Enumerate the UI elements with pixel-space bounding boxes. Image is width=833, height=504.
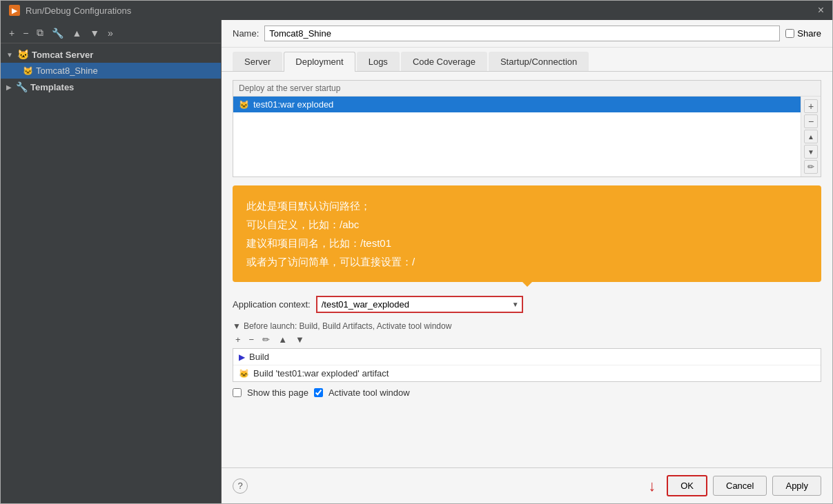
before-launch-header[interactable]: ▼ Before launch: Build, Build Artifacts,… <box>233 321 821 331</box>
ok-arrow-indicator: ↓ <box>648 477 656 495</box>
deploy-remove-button[interactable]: − <box>804 114 818 128</box>
templates-icon: 🔧 <box>16 81 28 92</box>
bottom-buttons: ↓ OK Cancel Apply <box>648 475 821 496</box>
context-row: Application context: ▼ <box>233 296 821 313</box>
before-launch-toolbar: + − ✏ ▲ ▼ <box>233 334 821 345</box>
run-debug-dialog: ▶ Run/Debug Configurations × + − ⧉ 🔧 ▲ ▼… <box>0 0 833 504</box>
bl-add-button[interactable]: + <box>233 334 244 345</box>
deploy-down-button[interactable]: ▼ <box>804 145 818 159</box>
templates-label: Templates <box>30 82 74 92</box>
deploy-side-buttons: + − ▲ ▼ ✏ <box>801 97 821 177</box>
deploy-item[interactable]: 🐱 test01:war exploded <box>233 97 801 112</box>
cancel-button[interactable]: Cancel <box>713 476 767 496</box>
tab-server[interactable]: Server <box>233 52 282 71</box>
copy-config-button[interactable]: ⧉ <box>34 26 46 40</box>
context-input-wrap: ▼ <box>316 296 523 313</box>
tree-item-tomcat8-shine[interactable]: 🐱 Tomcat8_Shine <box>1 63 221 79</box>
tomcat8-shine-label: Tomcat8_Shine <box>36 65 98 76</box>
context-label: Application context: <box>233 299 311 310</box>
before-launch-section: ▼ Before launch: Build, Build Artifacts,… <box>233 321 821 382</box>
bl-remove-button[interactable]: − <box>246 334 257 345</box>
share-row: Share <box>785 28 821 39</box>
dialog-body: + − ⧉ 🔧 ▲ ▼ » ▼ 🐱 Tomcat Server <box>1 20 832 503</box>
tooltip-line1: 此处是项目默认访问路径； <box>246 196 807 215</box>
title-bar: ▶ Run/Debug Configurations × <box>1 1 832 20</box>
config-tree: ▼ 🐱 Tomcat Server 🐱 Tomcat8_Shine ▶ 🔧 Te… <box>1 43 221 98</box>
tab-logs[interactable]: Logs <box>357 52 400 71</box>
before-launch-label: Before launch: Build, Build Artifacts, A… <box>244 321 452 331</box>
bl-item-artifact[interactable]: 🐱 Build 'test01:war exploded' artifact <box>233 365 821 381</box>
tomcat-server-label: Tomcat Server <box>32 50 93 60</box>
templates-chevron: ▶ <box>6 83 12 91</box>
context-dropdown-button[interactable]: ▼ <box>509 297 522 312</box>
name-row: Name: Share <box>222 20 832 48</box>
before-launch-list: ▶ Build 🐱 Build 'test01:war exploded' ar… <box>233 348 821 382</box>
artifact-icon: 🐱 <box>239 369 249 379</box>
deploy-main: 🐱 test01:war exploded + − ▲ ▼ ✏ <box>233 97 821 177</box>
tooltip-box: 此处是项目默认访问路径； 可以自定义，比如：/abc 建议和项目同名，比如：/t… <box>233 185 821 282</box>
show-page-row: Show this page Activate tool window <box>233 387 821 398</box>
tree-item-tomcat-server[interactable]: ▼ 🐱 Tomcat Server <box>1 46 221 63</box>
dialog-title: Run/Debug Configurations <box>26 6 131 16</box>
close-button[interactable]: × <box>818 5 824 16</box>
wrench-config-button[interactable]: 🔧 <box>49 26 66 40</box>
name-label: Name: <box>233 28 259 39</box>
bl-item-build[interactable]: ▶ Build <box>233 349 821 365</box>
deploy-section-header: Deploy at the server startup <box>233 81 821 97</box>
content-area: Deploy at the server startup 🐱 test01:wa… <box>222 72 832 467</box>
deploy-up-button[interactable]: ▲ <box>804 130 818 143</box>
title-bar-left: ▶ Run/Debug Configurations <box>9 5 131 16</box>
tree-item-templates[interactable]: ▶ 🔧 Templates <box>1 79 221 95</box>
deploy-add-button[interactable]: + <box>804 99 818 113</box>
activate-tool-checkbox[interactable] <box>314 388 323 397</box>
tab-deployment[interactable]: Deployment <box>284 52 355 72</box>
tabs-row: Server Deployment Logs Code Coverage Sta… <box>222 48 832 72</box>
remove-config-button[interactable]: − <box>20 26 31 40</box>
deploy-list: 🐱 test01:war exploded <box>233 97 801 177</box>
show-page-checkbox[interactable] <box>233 388 242 397</box>
bl-item-artifact-label: Build 'test01:war exploded' artifact <box>253 368 389 379</box>
left-toolbar: + − ⧉ 🔧 ▲ ▼ » <box>1 23 221 43</box>
build-icon: ▶ <box>239 352 245 362</box>
tomcat-server-icon: 🐱 <box>17 49 29 60</box>
right-panel: Name: Share Server Deployment Logs Code … <box>222 20 832 503</box>
show-page-label: Show this page <box>247 387 308 398</box>
ok-button[interactable]: OK <box>667 475 707 496</box>
activate-tool-label: Activate tool window <box>329 387 410 398</box>
share-checkbox[interactable] <box>785 29 794 38</box>
before-launch-chevron: ▼ <box>233 321 241 331</box>
share-label: Share <box>797 28 821 39</box>
bl-up-button[interactable]: ▲ <box>275 334 290 345</box>
left-panel: + − ⧉ 🔧 ▲ ▼ » ▼ 🐱 Tomcat Server <box>1 20 222 503</box>
add-config-button[interactable]: + <box>6 26 17 40</box>
bottom-bar: ? ↓ OK Cancel Apply <box>222 467 832 503</box>
tab-startup-connection[interactable]: Startup/Connection <box>489 52 589 71</box>
deploy-section: Deploy at the server startup 🐱 test01:wa… <box>233 80 821 177</box>
wrench-icon: 🔧 <box>52 28 63 39</box>
deploy-item-label: test01:war exploded <box>253 99 333 110</box>
deploy-edit-button[interactable]: ✏ <box>804 160 818 174</box>
apply-button[interactable]: Apply <box>772 476 821 496</box>
tomcat8-shine-icon: 🐱 <box>23 66 33 76</box>
help-button[interactable]: ? <box>233 478 248 494</box>
more-config-button[interactable]: » <box>105 26 116 40</box>
tooltip-line3: 建议和项目同名，比如：/test01 <box>246 234 807 252</box>
tooltip-line4: 或者为了访问简单，可以直接设置：/ <box>246 252 807 271</box>
bl-item-build-label: Build <box>249 352 269 362</box>
up-config-button[interactable]: ▲ <box>69 26 84 40</box>
bl-edit-button[interactable]: ✏ <box>259 334 273 345</box>
down-config-button[interactable]: ▼ <box>87 26 102 40</box>
tooltip-line2: 可以自定义，比如：/abc <box>246 215 807 234</box>
context-input[interactable] <box>317 297 509 312</box>
bl-down-button[interactable]: ▼ <box>293 334 307 345</box>
name-input[interactable] <box>264 26 780 41</box>
app-icon: ▶ <box>9 5 20 16</box>
tab-code-coverage[interactable]: Code Coverage <box>401 52 487 71</box>
expand-chevron: ▼ <box>6 51 13 59</box>
deploy-item-icon: 🐱 <box>239 100 249 110</box>
